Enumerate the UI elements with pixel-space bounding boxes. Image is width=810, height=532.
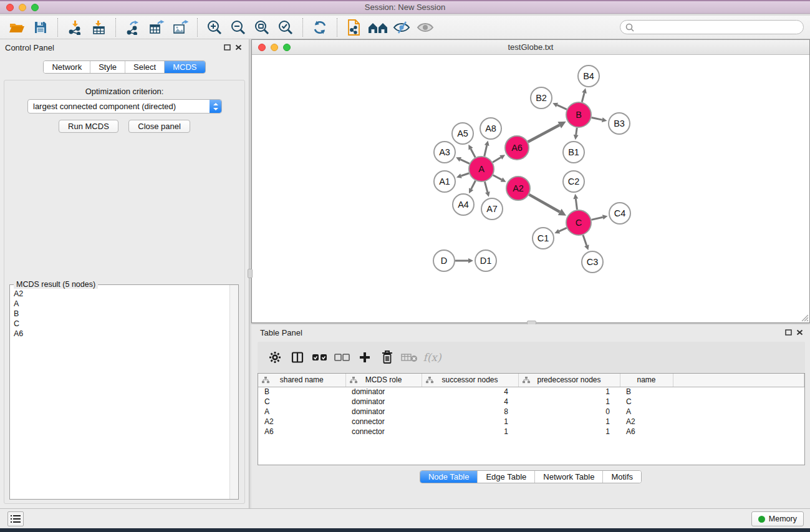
result-item[interactable]: A2: [11, 289, 229, 299]
graph-node-B[interactable]: B: [566, 102, 591, 127]
table-cell[interactable]: dominator: [345, 407, 422, 417]
hide-graphics-details-button[interactable]: [392, 17, 412, 37]
graph-edge-A-A7[interactable]: [485, 181, 487, 192]
graph-node-B1[interactable]: B1: [563, 142, 584, 163]
zoom-in-button[interactable]: [205, 17, 224, 37]
graph-node-B3[interactable]: B3: [609, 113, 630, 134]
table-cell[interactable]: A: [258, 407, 345, 417]
graph-node-C3[interactable]: C3: [582, 251, 603, 273]
function-builder-button[interactable]: f(x): [421, 346, 443, 369]
resize-grip[interactable]: [800, 313, 809, 322]
result-item[interactable]: A: [11, 299, 229, 309]
graph-node-D[interactable]: D: [433, 250, 455, 271]
split-table-button[interactable]: [286, 346, 309, 369]
import-network-button[interactable]: [65, 17, 85, 37]
delete-column-button[interactable]: [376, 346, 398, 369]
table-cell[interactable]: dominator: [345, 387, 422, 397]
graph-node-A8[interactable]: A8: [480, 118, 501, 139]
export-network-button[interactable]: [123, 17, 143, 37]
table-cell[interactable]: 1: [518, 397, 620, 407]
zoom-out-button[interactable]: [228, 17, 248, 37]
graph-edge-A-A5[interactable]: [471, 149, 475, 158]
tab-network-table[interactable]: Network Table: [534, 471, 602, 483]
vertical-divider-handle[interactable]: [248, 269, 253, 278]
tab-mcds[interactable]: MCDS: [164, 61, 205, 73]
result-item[interactable]: A6: [11, 329, 229, 339]
table-settings-button[interactable]: [264, 346, 286, 369]
graph-node-A2[interactable]: A2: [506, 177, 530, 200]
table-row[interactable]: Bdominator41B: [258, 387, 804, 397]
table-cell[interactable]: A6: [258, 427, 345, 437]
graph-edge-A-A3[interactable]: [460, 160, 470, 164]
table-row[interactable]: A2connector11A2: [258, 417, 804, 427]
table-cell[interactable]: 1: [518, 427, 620, 437]
graph-edge-C-C1[interactable]: [559, 228, 567, 231]
open-session-button[interactable]: [7, 17, 27, 37]
graph-edge-A-A8[interactable]: [485, 145, 487, 156]
graph-node-D1[interactable]: D1: [475, 250, 496, 271]
node-table[interactable]: shared nameMCDS rolesuccessor nodesprede…: [258, 373, 805, 465]
result-item[interactable]: B: [11, 309, 229, 319]
graph-edge-A-A1[interactable]: [461, 173, 469, 176]
graph-node-C1[interactable]: C1: [533, 228, 554, 249]
task-history-button[interactable]: [7, 511, 24, 526]
tab-style[interactable]: Style: [90, 61, 125, 73]
graph-node-A7[interactable]: A7: [481, 198, 503, 220]
column-header[interactable]: predecessor nodes: [518, 374, 620, 387]
graph-edge-C-C2[interactable]: [576, 199, 577, 210]
graph-node-C[interactable]: C: [566, 210, 591, 235]
table-cell[interactable]: 1: [422, 417, 518, 427]
table-cell[interactable]: 4: [422, 387, 518, 397]
zoom-fit-button[interactable]: [252, 17, 272, 37]
table-cell[interactable]: connector: [345, 427, 422, 437]
close-table-panel-button[interactable]: [794, 327, 805, 337]
table-row[interactable]: Cdominator41C: [258, 397, 804, 407]
table-cell[interactable]: A2: [620, 417, 673, 427]
graph-node-A1[interactable]: A1: [434, 171, 455, 192]
tab-node-table[interactable]: Node Table: [420, 471, 478, 483]
graph-node-A5[interactable]: A5: [452, 123, 473, 144]
graph-node-B2[interactable]: B2: [531, 87, 552, 109]
tab-network[interactable]: Network: [44, 61, 90, 73]
float-table-panel-button[interactable]: [783, 327, 794, 337]
table-cell[interactable]: A: [620, 407, 673, 417]
criterion-dropdown[interactable]: largest connected component (directed): [27, 99, 222, 114]
import-table-button[interactable]: [89, 17, 108, 37]
graph-edge-A6-B[interactable]: [528, 125, 560, 142]
export-image-button[interactable]: [170, 17, 190, 37]
graph-edge-B-B4[interactable]: [582, 93, 584, 102]
result-scrollbar[interactable]: [229, 285, 238, 499]
table-cell[interactable]: 8: [422, 407, 518, 417]
show-all-networks-button[interactable]: [368, 17, 388, 37]
memory-button[interactable]: Memory: [751, 511, 804, 526]
graph-node-A6[interactable]: A6: [505, 136, 529, 160]
graph-edge-A2-C[interactable]: [529, 195, 559, 212]
table-row[interactable]: Adominator80A: [258, 407, 804, 417]
column-header[interactable]: shared name: [258, 374, 345, 387]
tab-select[interactable]: Select: [125, 61, 164, 73]
graph-node-C2[interactable]: C2: [563, 171, 584, 192]
close-panel-button[interactable]: [233, 42, 244, 52]
table-cell[interactable]: B: [620, 387, 673, 397]
export-table-button[interactable]: [147, 17, 166, 37]
result-item[interactable]: C: [11, 319, 229, 329]
table-cell[interactable]: 1: [518, 387, 620, 397]
table-cell[interactable]: A6: [620, 427, 673, 437]
graph-node-A4[interactable]: A4: [453, 194, 474, 215]
graph-edge-A-A2[interactable]: [493, 175, 502, 180]
search-input[interactable]: [634, 21, 803, 34]
column-header[interactable]: successor nodes: [422, 374, 518, 387]
save-session-button[interactable]: [31, 17, 51, 37]
network-window-titlebar[interactable]: testGlobe.txt: [252, 40, 809, 55]
graph-node-A[interactable]: A: [469, 157, 494, 181]
table-cell[interactable]: C: [620, 397, 673, 407]
graph-edge-A-A6[interactable]: [493, 157, 501, 162]
tab-edge-table[interactable]: Edge Table: [477, 471, 534, 483]
apply-layout-button[interactable]: [310, 17, 330, 37]
table-cell[interactable]: 0: [518, 407, 620, 417]
column-header[interactable]: MCDS role: [345, 374, 422, 387]
delete-table-button[interactable]: [398, 346, 421, 369]
new-network-from-selection-button[interactable]: [344, 17, 364, 37]
table-cell[interactable]: B: [258, 387, 345, 397]
table-cell[interactable]: 1: [518, 417, 620, 427]
